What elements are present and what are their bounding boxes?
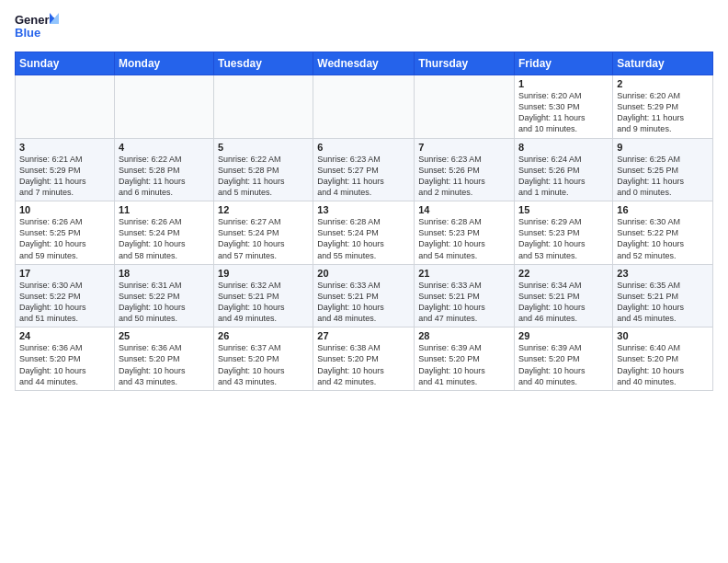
day-info: Sunrise: 6:22 AM Sunset: 5:28 PM Dayligh… [218,154,309,199]
calendar-cell: 10Sunrise: 6:26 AM Sunset: 5:25 PM Dayli… [16,201,115,265]
calendar-cell: 6Sunrise: 6:23 AM Sunset: 5:27 PM Daylig… [313,138,415,201]
day-number: 18 [119,268,210,279]
day-number: 15 [518,204,609,215]
day-info: Sunrise: 6:21 AM Sunset: 5:29 PM Dayligh… [19,154,110,199]
calendar-cell: 21Sunrise: 6:33 AM Sunset: 5:21 PM Dayli… [415,264,515,327]
calendar-cell: 7Sunrise: 6:23 AM Sunset: 5:26 PM Daylig… [415,138,515,201]
day-number: 11 [119,204,210,215]
calendar-cell: 26Sunrise: 6:37 AM Sunset: 5:20 PM Dayli… [214,327,313,391]
day-info: Sunrise: 6:30 AM Sunset: 5:22 PM Dayligh… [19,280,110,325]
day-number: 28 [418,330,510,341]
calendar-week-2: 10Sunrise: 6:26 AM Sunset: 5:25 PM Dayli… [16,201,713,265]
calendar-cell: 17Sunrise: 6:30 AM Sunset: 5:22 PM Dayli… [16,264,115,327]
day-info: Sunrise: 6:36 AM Sunset: 5:20 PM Dayligh… [119,342,210,387]
day-info: Sunrise: 6:20 AM Sunset: 5:29 PM Dayligh… [617,90,709,135]
calendar-header-tuesday: Tuesday [214,52,313,75]
day-number: 17 [19,268,110,279]
calendar-cell: 14Sunrise: 6:28 AM Sunset: 5:23 PM Dayli… [415,201,515,265]
main-container: GeneralBlue SundayMondayTuesdayWednesday… [0,0,728,563]
day-number: 14 [418,204,510,215]
calendar-cell: 4Sunrise: 6:22 AM Sunset: 5:28 PM Daylig… [114,138,213,201]
day-number: 23 [617,268,709,279]
svg-text:Blue: Blue [15,26,40,40]
day-number: 3 [19,142,110,153]
calendar-header-thursday: Thursday [415,52,515,75]
day-info: Sunrise: 6:23 AM Sunset: 5:27 PM Dayligh… [317,154,410,199]
day-number: 4 [119,142,210,153]
day-info: Sunrise: 6:28 AM Sunset: 5:23 PM Dayligh… [418,216,510,261]
day-info: Sunrise: 6:23 AM Sunset: 5:26 PM Dayligh… [418,154,510,199]
day-info: Sunrise: 6:22 AM Sunset: 5:28 PM Dayligh… [119,154,210,199]
day-number: 10 [19,204,110,215]
day-info: Sunrise: 6:39 AM Sunset: 5:20 PM Dayligh… [518,342,609,387]
calendar-cell: 9Sunrise: 6:25 AM Sunset: 5:25 PM Daylig… [613,138,713,201]
calendar-week-1: 3Sunrise: 6:21 AM Sunset: 5:29 PM Daylig… [16,138,713,201]
calendar-cell [415,75,515,139]
calendar-header-row: SundayMondayTuesdayWednesdayThursdayFrid… [16,52,713,75]
day-number: 13 [317,204,410,215]
calendar-cell: 16Sunrise: 6:30 AM Sunset: 5:22 PM Dayli… [613,201,713,265]
day-info: Sunrise: 6:24 AM Sunset: 5:26 PM Dayligh… [518,154,609,199]
calendar-cell: 25Sunrise: 6:36 AM Sunset: 5:20 PM Dayli… [114,327,213,391]
day-info: Sunrise: 6:38 AM Sunset: 5:20 PM Dayligh… [317,342,410,387]
calendar-cell: 8Sunrise: 6:24 AM Sunset: 5:26 PM Daylig… [515,138,613,201]
day-number: 19 [218,268,309,279]
calendar-cell: 23Sunrise: 6:35 AM Sunset: 5:21 PM Dayli… [613,264,713,327]
day-info: Sunrise: 6:34 AM Sunset: 5:21 PM Dayligh… [518,280,609,325]
day-info: Sunrise: 6:27 AM Sunset: 5:24 PM Dayligh… [218,216,309,261]
day-number: 20 [317,268,410,279]
day-number: 27 [317,330,410,341]
calendar-cell: 2Sunrise: 6:20 AM Sunset: 5:29 PM Daylig… [613,75,713,139]
day-number: 1 [518,78,609,89]
calendar-cell [114,75,213,139]
calendar-cell [214,75,313,139]
day-number: 26 [218,330,309,341]
day-info: Sunrise: 6:32 AM Sunset: 5:21 PM Dayligh… [218,280,309,325]
day-number: 6 [317,142,410,153]
header-row: GeneralBlue [15,11,713,44]
day-number: 5 [218,142,309,153]
calendar-header-wednesday: Wednesday [313,52,415,75]
day-info: Sunrise: 6:33 AM Sunset: 5:21 PM Dayligh… [317,280,410,325]
calendar-week-3: 17Sunrise: 6:30 AM Sunset: 5:22 PM Dayli… [16,264,713,327]
day-info: Sunrise: 6:31 AM Sunset: 5:22 PM Dayligh… [119,280,210,325]
calendar-cell: 28Sunrise: 6:39 AM Sunset: 5:20 PM Dayli… [415,327,515,391]
day-number: 21 [418,268,510,279]
calendar-cell: 27Sunrise: 6:38 AM Sunset: 5:20 PM Dayli… [313,327,415,391]
day-info: Sunrise: 6:25 AM Sunset: 5:25 PM Dayligh… [617,154,709,199]
day-info: Sunrise: 6:20 AM Sunset: 5:30 PM Dayligh… [518,90,609,135]
calendar-cell [16,75,115,139]
calendar-table: SundayMondayTuesdayWednesdayThursdayFrid… [15,52,713,391]
day-info: Sunrise: 6:36 AM Sunset: 5:20 PM Dayligh… [19,342,110,387]
calendar-cell: 19Sunrise: 6:32 AM Sunset: 5:21 PM Dayli… [214,264,313,327]
calendar-cell: 20Sunrise: 6:33 AM Sunset: 5:21 PM Dayli… [313,264,415,327]
calendar-cell: 30Sunrise: 6:40 AM Sunset: 5:20 PM Dayli… [613,327,713,391]
day-number: 29 [518,330,609,341]
day-number: 8 [518,142,609,153]
day-info: Sunrise: 6:26 AM Sunset: 5:25 PM Dayligh… [19,216,110,261]
day-number: 22 [518,268,609,279]
calendar-header-friday: Friday [515,52,613,75]
day-number: 9 [617,142,709,153]
day-info: Sunrise: 6:33 AM Sunset: 5:21 PM Dayligh… [418,280,510,325]
calendar-cell: 15Sunrise: 6:29 AM Sunset: 5:23 PM Dayli… [515,201,613,265]
day-number: 2 [617,78,709,89]
calendar-cell: 1Sunrise: 6:20 AM Sunset: 5:30 PM Daylig… [515,75,613,139]
calendar-cell: 24Sunrise: 6:36 AM Sunset: 5:20 PM Dayli… [16,327,115,391]
day-info: Sunrise: 6:28 AM Sunset: 5:24 PM Dayligh… [317,216,410,261]
calendar-cell [313,75,415,139]
calendar-cell: 11Sunrise: 6:26 AM Sunset: 5:24 PM Dayli… [114,201,213,265]
day-number: 7 [418,142,510,153]
calendar-week-4: 24Sunrise: 6:36 AM Sunset: 5:20 PM Dayli… [16,327,713,391]
logo-icon: GeneralBlue [15,11,61,44]
calendar-cell: 22Sunrise: 6:34 AM Sunset: 5:21 PM Dayli… [515,264,613,327]
day-number: 30 [617,330,709,341]
calendar-week-0: 1Sunrise: 6:20 AM Sunset: 5:30 PM Daylig… [16,75,713,139]
day-info: Sunrise: 6:37 AM Sunset: 5:20 PM Dayligh… [218,342,309,387]
calendar-cell: 29Sunrise: 6:39 AM Sunset: 5:20 PM Dayli… [515,327,613,391]
calendar-header-monday: Monday [114,52,213,75]
day-number: 12 [218,204,309,215]
calendar-cell: 12Sunrise: 6:27 AM Sunset: 5:24 PM Dayli… [214,201,313,265]
calendar-cell: 13Sunrise: 6:28 AM Sunset: 5:24 PM Dayli… [313,201,415,265]
day-info: Sunrise: 6:39 AM Sunset: 5:20 PM Dayligh… [418,342,510,387]
